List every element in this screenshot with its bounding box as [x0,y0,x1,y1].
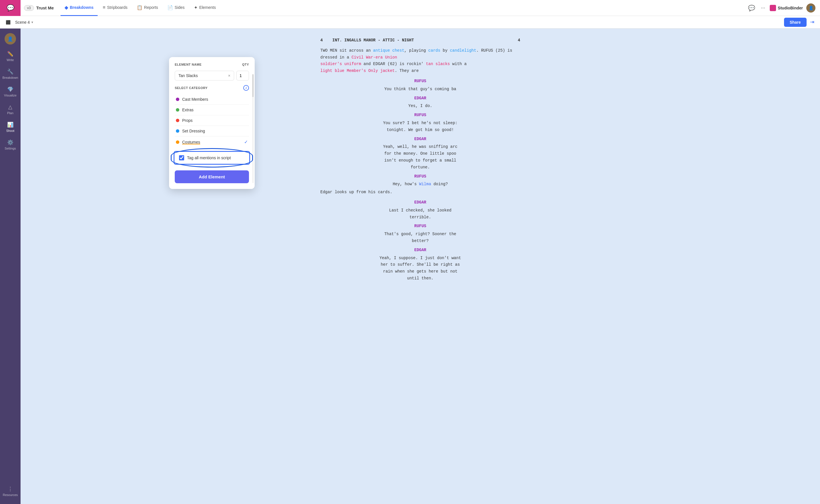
brand-logo: StudioBinder [770,5,803,11]
scene-icon: ⬛ [6,20,11,25]
dialogue-rufus-2: You sure? I bet he's not sleep:tonight. … [332,120,509,134]
scene-num-right: 4 [518,37,520,44]
nav-tabs: ◆ Breakdowns ≡ Stripboards 📋 Reports 📄 S… [61,0,747,16]
info-icon[interactable]: i [243,85,249,91]
character-edgar-3: EDGAR [320,199,520,206]
sidebar-item-resources[interactable]: ⋮ Resources [1,483,19,499]
tab-elements[interactable]: ✦ Elements [190,0,220,16]
sidebar-item-settings[interactable]: ⚙️ Settings [1,136,19,153]
breakdown-icon: 🔧 [7,68,13,75]
tag-all-checkbox[interactable] [179,155,184,160]
cast-dot [176,98,179,101]
sidebar-item-breakdown[interactable]: 🔧 Breakdown [1,66,19,82]
reports-icon: 📋 [137,5,142,10]
cast-name: Cast Members [182,97,208,102]
sub-nav-right: Share ⇥ [784,18,814,27]
sidebar-breakdown-label: Breakdown [2,76,18,79]
category-props[interactable]: Props [175,115,249,126]
sub-nav: ⬛ Scene 4 ▾ Share ⇥ [0,16,820,29]
category-list: Cast Members Extras [175,94,249,148]
qty-input[interactable] [236,71,249,80]
sidebar-shoot-label: Shoot [6,129,15,132]
select-cat-label: SELECT CATEGORY [175,86,207,90]
prop-candlelight: candlelight [450,48,476,53]
sides-icon: 📄 [167,5,173,10]
tab-breakdowns[interactable]: ◆ Breakdowns [61,0,97,16]
sidebar-avatar: 👤 [5,33,16,45]
cat-left-cast: Cast Members [176,97,208,102]
stripboards-icon: ≡ [103,5,105,10]
project-name: Trust Me [36,5,54,10]
scrollbar-track [252,74,253,183]
sidebar-plan-label: Plan [7,111,13,115]
tab-stripboards-label: Stripboards [107,5,128,10]
visualize-icon: 💎 [7,86,13,92]
dialogue-rufus-3: Hey, how's Wilma doing? [332,181,509,188]
cat-left-set-dressing: Set Dressing [176,129,205,133]
tag-all-label: Tag all mentions in script [187,156,231,160]
add-element-button[interactable]: Add Element [175,170,249,183]
dialogue-edgar-1: Yes, I do. [332,103,509,110]
scene-label: Scene 4 [15,20,30,25]
element-name-value: Tan Slacks [178,73,198,78]
shoot-icon: 📊 [7,122,13,128]
dialogue-edgar-3: Last I checked, she lookedterrible. [332,207,509,221]
app-container: 💬 v3 Trust Me ◆ Breakdowns ≡ Stripboards… [0,0,820,504]
breakdowns-icon: ◆ [65,5,68,10]
scrollbar-thumb[interactable] [252,74,253,97]
element-name-input[interactable]: Tan Slacks × [175,71,234,80]
costumes-check-icon: ✓ [244,139,248,145]
version-badge[interactable]: v3 [24,5,34,11]
action-line-2: Edgar looks up from his cards. [320,189,520,196]
tab-sides[interactable]: 📄 Sides [163,0,189,16]
category-cast-members[interactable]: Cast Members [175,94,249,105]
sidebar-item-plan[interactable]: △ Plan [1,101,19,118]
costume-tan-slacks: tan slacks [426,62,450,66]
brand-name: StudioBinder [778,6,803,10]
extras-dot [176,108,179,112]
dialogue-rufus-1: You think that guy's coming ba [332,86,509,93]
sidebar-item-visualize[interactable]: 💎 Visualize [1,83,19,100]
chat-icon-btn[interactable]: 💬 [747,3,756,13]
costumes-dot [176,140,179,144]
scene-heading-text: INT. INGALLS MANOR - ATTIC - NIGHT [332,38,414,43]
scene-chevron-icon: ▾ [31,20,33,24]
user-avatar[interactable]: 👤 [806,3,815,13]
sidebar-settings-label: Settings [5,147,16,150]
brand-dot-icon [770,5,776,11]
dialogue-rufus-4: That's good, right? Sooner thebetter? [332,231,509,245]
select-cat-header: SELECT CATEGORY i [175,85,249,91]
character-rufus-1: RUFUS [320,78,520,85]
tab-stripboards[interactable]: ≡ Stripboards [99,0,132,16]
character-rufus-4: RUFUS [320,223,520,230]
panel-toggle-btn[interactable]: ⇥ [810,19,814,25]
more-options-btn[interactable]: ··· [760,4,766,12]
element-popup: ELEMENT NAME QTY Tan Slacks × SELECT CAT… [169,57,255,189]
costumes-name: Costumes [182,140,200,144]
props-dot [176,119,179,122]
scene-selector[interactable]: Scene 4 ▾ [13,19,35,26]
tab-reports[interactable]: 📋 Reports [133,0,162,16]
character-edgar-1: EDGAR [320,95,520,102]
write-icon: ✏️ [7,51,13,57]
logo-area: 💬 [0,0,21,16]
clear-element-btn[interactable]: × [228,73,230,78]
cat-left-extras: Extras [176,108,194,112]
costume-jacket: light blue Member's Only jacket [320,68,394,73]
category-set-dressing[interactable]: Set Dressing [175,126,249,136]
qty-col-label: QTY [242,63,249,66]
cat-left-costumes: Costumes [176,140,200,144]
dialogue-edgar-2: Yeah, well, he was sniffing arcfor the m… [332,144,509,171]
sidebar-item-write[interactable]: ✏️ Write [1,48,19,64]
tab-breakdowns-label: Breakdowns [70,5,93,10]
character-rufus-3: RUFUS [320,173,520,180]
share-button[interactable]: Share [784,18,807,27]
sidebar-item-shoot[interactable]: 📊 Shoot [1,119,19,135]
category-extras[interactable]: Extras [175,105,249,115]
scene-num-left: 4 [320,38,323,43]
popup-header: ELEMENT NAME QTY [175,63,249,66]
tab-elements-label: Elements [199,5,216,10]
prop-chest: antique chest [373,48,404,53]
script-area: 4 INT. INGALLS MANOR - ATTIC - NIGHT 4 T… [21,29,820,504]
category-costumes[interactable]: Costumes ✓ [175,136,249,148]
